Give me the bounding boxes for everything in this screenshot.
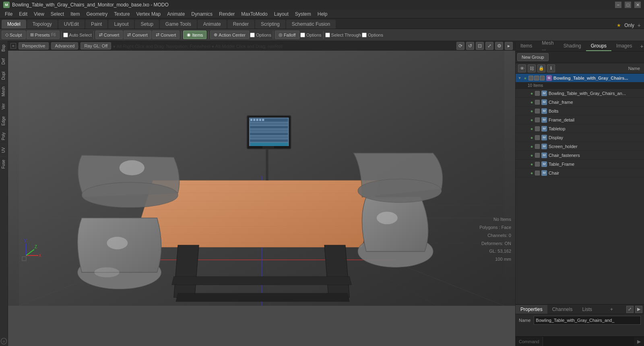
tab-uvedit[interactable]: UVEdit	[58, 20, 85, 29]
list-item-8[interactable]: ● M Table_Frame	[516, 160, 644, 169]
left-tab-fuse[interactable]: Fuse	[0, 156, 8, 172]
rp-add-tab-button[interactable]: +	[637, 41, 644, 51]
menu-file[interactable]: File	[2, 10, 16, 18]
name-input[interactable]	[534, 316, 641, 325]
auto-select-check[interactable]: Auto Select	[63, 33, 92, 37]
menu-maxtomodo[interactable]: MaxToModo	[238, 10, 270, 18]
options-check-1[interactable]: Options	[250, 33, 271, 37]
title-bar-controls[interactable]: − □ ✕	[615, 2, 641, 8]
command-input[interactable]	[543, 337, 634, 346]
scene-viewport[interactable]	[8, 51, 515, 306]
new-group-button[interactable]: New Group	[517, 53, 549, 61]
menu-view[interactable]: View	[31, 10, 47, 18]
group-item-main[interactable]: ▼ ● G Bowling_Table_with_Gray_Chairs...	[516, 74, 644, 82]
menu-edit[interactable]: Edit	[16, 10, 31, 18]
menu-system[interactable]: System	[292, 10, 314, 18]
maximize-button[interactable]: □	[625, 2, 631, 8]
left-tab-uv[interactable]: UV	[0, 144, 8, 156]
prop-add-tab-button[interactable]: +	[607, 305, 616, 314]
rp-info-button[interactable]: ℹ	[547, 64, 555, 72]
menu-help[interactable]: Help	[314, 10, 331, 18]
convert-button-2[interactable]: ⇄ Convert	[124, 31, 151, 39]
command-arrow-button[interactable]: ▶	[634, 339, 644, 344]
advanced-button[interactable]: Advanced	[51, 42, 78, 49]
falloff-button[interactable]: ◎ Falloff	[275, 31, 299, 39]
menu-render[interactable]: Render	[216, 10, 238, 18]
presets-button[interactable]: ⊞ Presets F6	[27, 31, 60, 39]
select-through-check[interactable]: Select Through	[325, 33, 361, 37]
convert-button-1[interactable]: ⇄ Convert	[95, 31, 123, 39]
prop-tab-channels[interactable]: Channels	[547, 305, 578, 314]
close-button[interactable]: ✕	[634, 2, 641, 8]
group-eye-icon[interactable]: ●	[522, 75, 528, 81]
options-check-2[interactable]: Options	[300, 33, 322, 37]
prop-tab-lists[interactable]: Lists	[577, 305, 597, 314]
rp-tab-groups[interactable]: Groups	[586, 41, 611, 51]
menu-texture[interactable]: Texture	[111, 10, 133, 18]
menu-layout[interactable]: Layout	[271, 10, 292, 18]
tab-schematic-fusion[interactable]: Schematic Fusion	[286, 20, 336, 29]
list-item-6[interactable]: ● M Screen_holder	[516, 142, 644, 151]
left-tab-mesh[interactable]: Mesh	[0, 83, 8, 99]
prop-arrow-button[interactable]: ▶	[635, 306, 642, 313]
action-center-button[interactable]: ⊕ Action Center	[210, 31, 249, 39]
scene-canvas[interactable]: X Y Z No Items Polygons : Face Channels:…	[8, 51, 515, 306]
vp-settings-icon[interactable]: ⚙	[495, 42, 503, 50]
tab-setup[interactable]: Setup	[135, 20, 159, 29]
tab-render[interactable]: Render	[227, 20, 254, 29]
prop-expand-button[interactable]: ⤢	[626, 306, 634, 313]
rp-lock-button[interactable]: 🔒	[537, 64, 545, 72]
rp-eye-button[interactable]: 👁	[518, 64, 526, 72]
minimize-button[interactable]: −	[615, 2, 621, 8]
tab-model[interactable]: Model	[2, 20, 26, 29]
list-item-5[interactable]: ● M Display	[516, 133, 644, 142]
tab-layout[interactable]: Layout	[108, 20, 134, 29]
options-checkbox-2[interactable]	[300, 33, 305, 37]
ray-gl-button[interactable]: Ray GL: Off	[80, 42, 111, 49]
menu-select[interactable]: Select	[47, 10, 67, 18]
group-list[interactable]: ▼ ● G Bowling_Table_with_Gray_Chairs... …	[516, 74, 644, 304]
tab-topology[interactable]: Topology	[27, 20, 58, 29]
items-button[interactable]: ◉ Items	[183, 31, 206, 39]
add-workspace-button[interactable]: +	[638, 22, 641, 29]
list-item-9[interactable]: ● M Chair	[516, 169, 644, 177]
auto-select-checkbox[interactable]	[63, 33, 68, 37]
vp-fit-icon[interactable]: ⊡	[476, 42, 484, 50]
options-checkbox-1[interactable]	[250, 33, 255, 37]
rp-tab-images[interactable]: Images	[611, 41, 637, 51]
group-vis-btn[interactable]	[528, 76, 533, 80]
list-item-1[interactable]: ● M Chair_frame	[516, 98, 644, 107]
menu-dynamics[interactable]: Dynamics	[188, 10, 216, 18]
list-item-2[interactable]: ● M Bolts	[516, 107, 644, 115]
tab-animate[interactable]: Animate	[198, 20, 227, 29]
rp-tab-items[interactable]: Items	[516, 41, 537, 51]
sculpt-button[interactable]: ◇ Sculpt	[2, 31, 26, 39]
group-lock-btn[interactable]	[540, 76, 545, 80]
list-item-0[interactable]: ● M Bowling_Table_with_Gray_Chairs_an...	[516, 89, 644, 98]
vp-reset-icon[interactable]: ↺	[466, 42, 474, 50]
vp-orbit-icon[interactable]: ⟳	[456, 42, 464, 50]
tab-paint[interactable]: Paint	[85, 20, 107, 29]
left-tab-def[interactable]: Def	[0, 55, 8, 68]
eye-0[interactable]: ●	[528, 90, 535, 97]
prop-tab-properties[interactable]: Properties	[516, 305, 547, 314]
options-check-3[interactable]: Options	[362, 33, 383, 37]
menu-geometry[interactable]: Geometry	[83, 10, 111, 18]
group-render-btn[interactable]	[534, 76, 539, 80]
viewport-container[interactable]: ≡ Perspective Advanced Ray GL: Off ⟳ ↺ ⊡…	[8, 41, 515, 346]
list-item-3[interactable]: ● M Frame_detail	[516, 115, 644, 124]
vp-more-icon[interactable]: ▸	[505, 42, 513, 50]
menu-item[interactable]: Item	[67, 10, 83, 18]
rp-tab-shading[interactable]: Shading	[559, 41, 586, 51]
left-tab-dupl[interactable]: Dupl	[0, 68, 8, 83]
vp-expand-icon[interactable]: ⤢	[485, 42, 493, 50]
left-tab-ver[interactable]: Ver	[0, 100, 8, 113]
left-tab-edge[interactable]: Edge	[0, 113, 8, 129]
menu-animate[interactable]: Animate	[164, 10, 188, 18]
options-checkbox-3[interactable]	[362, 33, 367, 37]
list-item-7[interactable]: ● M Chair_fasteners	[516, 151, 644, 160]
rp-link-button[interactable]: ⛓	[528, 64, 536, 72]
menu-vertex-map[interactable]: Vertex Map	[133, 10, 164, 18]
select-through-checkbox[interactable]	[325, 33, 330, 37]
left-tab-bsp[interactable]: Bsp	[0, 41, 8, 55]
